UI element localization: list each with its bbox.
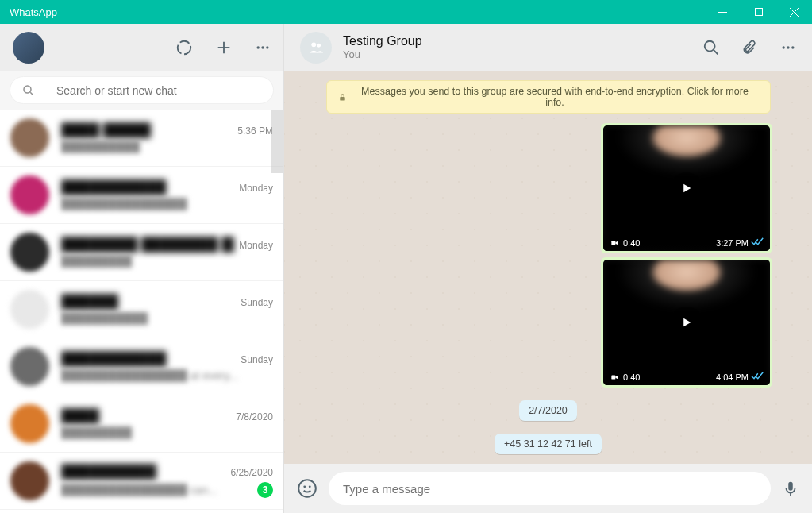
play-icon[interactable] (671, 307, 702, 338)
left-header (0, 24, 283, 71)
chat-time: 7/8/2020 (231, 411, 273, 422)
chat-time: Sunday (236, 354, 273, 365)
close-button[interactable] (776, 0, 812, 24)
chat-name: ██████ (61, 294, 118, 310)
minimize-button[interactable] (705, 0, 741, 24)
chat-list-item[interactable]: ███████████Sunday████████████████ at eve… (0, 338, 283, 395)
message-time: 4:04 PM (716, 372, 749, 382)
svg-point-24 (309, 485, 311, 488)
chat-name: ████ (61, 408, 99, 424)
svg-rect-1 (755, 9, 762, 16)
conversation-title: Testing Group (343, 34, 691, 48)
chat-avatar (10, 176, 49, 214)
chat-preview: ███████████ (61, 312, 273, 325)
search-field[interactable] (56, 84, 262, 97)
chat-avatar (10, 461, 49, 500)
svg-line-15 (714, 50, 718, 54)
svg-rect-20 (611, 241, 615, 245)
system-message: +45 31 12 42 71 left (495, 434, 602, 454)
chat-avatar (10, 233, 49, 272)
message-input[interactable] (329, 472, 771, 505)
menu-icon[interactable] (255, 40, 271, 56)
attach-icon[interactable] (742, 39, 758, 56)
svg-point-13 (317, 43, 321, 47)
video-message[interactable]: 0:40 3:27 PM (601, 123, 772, 253)
search-in-chat-icon[interactable] (702, 39, 720, 56)
search-icon (21, 83, 36, 98)
svg-point-16 (783, 46, 785, 48)
svg-point-23 (303, 485, 306, 488)
new-chat-icon[interactable] (215, 39, 233, 56)
svg-line-11 (30, 92, 33, 95)
svg-point-18 (791, 46, 794, 48)
chat-list-item[interactable]: ███████████Monday████████████████ (0, 167, 283, 224)
chat-avatar (10, 404, 49, 443)
group-avatar-icon (300, 32, 332, 64)
svg-rect-19 (340, 97, 344, 101)
chat-preview: ████████████████ can... (61, 484, 252, 496)
svg-point-22 (298, 480, 316, 497)
banner-text: Messages you send to this group are secu… (351, 86, 758, 108)
svg-rect-25 (788, 482, 793, 491)
svg-point-9 (266, 46, 268, 48)
svg-rect-21 (611, 376, 615, 380)
play-icon[interactable] (671, 172, 702, 204)
chat-list-item[interactable]: ████7/8/2020█████████ (0, 395, 283, 453)
svg-point-10 (24, 86, 31, 93)
chat-list-item[interactable]: ████████ ████████ ████..Monday█████████ (0, 224, 283, 281)
chat-name: ████ █████ (61, 122, 151, 138)
emoji-icon[interactable] (297, 478, 317, 499)
chat-name: ██████████ (61, 464, 156, 480)
chat-time: Monday (234, 240, 273, 251)
chat-list: ████ █████5:36 PM█████████████████████Mo… (0, 110, 283, 513)
chat-preview: ████████████████ (61, 198, 273, 210)
title-bar: WhatsApp (0, 0, 812, 24)
chat-avatar (10, 118, 49, 157)
chat-preview: █████████ (61, 426, 273, 439)
chat-preview: ████████████████ at every... (61, 369, 273, 382)
svg-point-14 (705, 40, 715, 51)
chat-list-item[interactable]: ██████Sunday███████████ (0, 281, 283, 338)
video-camera-icon (610, 239, 620, 247)
svg-point-4 (178, 40, 191, 54)
encryption-banner[interactable]: Messages you send to this group are secu… (326, 80, 771, 114)
video-message[interactable]: 0:40 4:04 PM (601, 257, 772, 388)
conversation-subtitle: You (343, 48, 691, 60)
chat-time: 5:36 PM (233, 125, 273, 137)
mic-icon[interactable] (782, 478, 799, 499)
read-ticks-icon (751, 372, 764, 382)
message-field[interactable] (343, 482, 756, 496)
unread-badge: 3 (257, 482, 273, 498)
svg-point-17 (787, 46, 789, 48)
svg-point-8 (261, 46, 264, 48)
app-title: WhatsApp (0, 6, 57, 18)
chat-menu-icon[interactable] (780, 40, 796, 56)
chat-avatar (10, 347, 49, 386)
chat-avatar (10, 290, 49, 329)
date-pill: 2/7/2020 (519, 400, 577, 421)
maximize-button[interactable] (741, 0, 776, 24)
chat-name: ███████████ (61, 351, 167, 367)
chat-time: 6/25/2020 (226, 467, 273, 478)
search-input[interactable] (10, 76, 274, 104)
read-ticks-icon (751, 237, 764, 248)
chat-name: ███████████ (61, 179, 167, 195)
status-icon[interactable] (175, 39, 193, 56)
scrollbar[interactable] (271, 110, 283, 173)
lock-icon (338, 92, 347, 102)
avatar[interactable] (13, 32, 44, 64)
video-duration: 0:40 (623, 238, 640, 248)
svg-point-7 (257, 46, 260, 48)
chat-name: ████████ ████████ ████.. (61, 237, 234, 253)
chat-time: Monday (234, 183, 273, 194)
chat-preview: ██████████ (61, 141, 273, 153)
video-camera-icon (610, 373, 620, 381)
conversation-header[interactable]: Testing Group You (284, 24, 812, 71)
chat-list-item[interactable]: ██████████6/25/2020████████████████ can.… (0, 453, 283, 510)
svg-point-12 (311, 42, 316, 47)
video-duration: 0:40 (623, 372, 640, 382)
chat-list-item[interactable]: ████ █████5:36 PM██████████ (0, 110, 283, 167)
message-time: 3:27 PM (716, 238, 749, 248)
chat-preview: █████████ (61, 255, 273, 268)
chat-time: Sunday (236, 297, 273, 308)
